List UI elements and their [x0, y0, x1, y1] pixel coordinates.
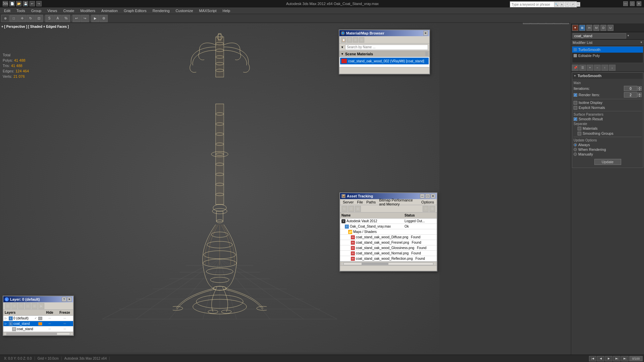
material-item-coat-stand[interactable]: coat_stand_oak_wood_002 (VRayMtl) [coat_…: [340, 58, 429, 64]
display-tab-icon[interactable]: D: [600, 25, 606, 31]
menu-help[interactable]: Help: [220, 8, 233, 13]
search-option2-icon[interactable]: *: [565, 2, 570, 7]
lp-row-coat-stand[interactable]: ▷ L coat_stand ─ ─: [3, 321, 73, 326]
ts-iterations-spinner[interactable]: ▲ ▼: [624, 86, 642, 91]
lp-scroll-left[interactable]: ◀: [4, 333, 6, 335]
mb-tool-2[interactable]: ☰: [347, 37, 352, 43]
menu-customize[interactable]: Customize: [173, 8, 196, 13]
search-option4-icon[interactable]: ?: [576, 2, 580, 7]
create-tab-icon[interactable]: ✦: [572, 25, 578, 31]
at-row-normal[interactable]: m coat_stand_oak_wood_Normal.png Found: [340, 251, 437, 256]
menu-create[interactable]: Create: [60, 8, 77, 13]
mb-scrollbar[interactable]: [425, 52, 428, 56]
ts-iterations-up[interactable]: ▲: [638, 86, 642, 88]
ts-render-iters-checkbox[interactable]: [574, 93, 577, 97]
mb-tool-1[interactable]: 📋: [341, 37, 346, 43]
ts-render-iters-spinner[interactable]: ▲ ▼: [624, 92, 642, 98]
ts-manually-radio[interactable]: [574, 153, 577, 156]
lp-scroll-right[interactable]: ▶: [71, 333, 72, 335]
move-down-modifier-btn[interactable]: ↓: [609, 65, 615, 71]
mb-section-collapse-icon[interactable]: ▼: [341, 52, 344, 56]
undo-icon[interactable]: ↩: [30, 1, 35, 6]
at-scroll-track[interactable]: [343, 262, 433, 265]
mb-search-collapse-icon[interactable]: ▼: [341, 46, 344, 49]
menu-maxscript[interactable]: MAXScript: [197, 8, 219, 13]
menu-tools[interactable]: Tools: [14, 8, 28, 13]
anim-prev-btn[interactable]: ◀: [597, 356, 604, 361]
at-menu-file[interactable]: File: [356, 200, 364, 204]
at-row-diffuse[interactable]: m coat_stand_oak_wood_Diffuse.png Found: [340, 235, 437, 240]
ts-iterations-down[interactable]: ▼: [638, 88, 642, 91]
layers-panel-scrollbar[interactable]: ◀ ▶: [3, 332, 73, 335]
at-row-fresnel[interactable]: m coat_stand_oak_wood_Fresnel.png Found: [340, 240, 437, 245]
at-tool-grid[interactable]: ⊞: [355, 206, 361, 212]
at-tool-help[interactable]: ?: [423, 206, 429, 212]
at-menu-bitmap-performance[interactable]: Bitmap Performance and Memory: [378, 198, 419, 206]
at-row-reflection[interactable]: m coat_stand_oak_wood_Reflection.png Fou…: [340, 256, 437, 261]
maximize-button[interactable]: □: [630, 1, 635, 6]
asset-tracking-scrollbar[interactable]: ◀ ▶: [340, 261, 437, 265]
object-name-input[interactable]: [573, 33, 626, 39]
open-icon[interactable]: 📂: [16, 1, 21, 6]
at-menu-paths[interactable]: Paths: [365, 200, 377, 204]
new-icon[interactable]: 📄: [9, 1, 15, 6]
snap-toggle[interactable]: S: [45, 15, 53, 22]
at-row-glossiness[interactable]: m coat_stand_oak_wood_Glossiness.png Fou…: [340, 245, 437, 251]
anim-start-btn[interactable]: |◀: [589, 356, 596, 361]
search-bar[interactable]: 🔍 A * ↗ ?: [510, 1, 577, 7]
anim-next-btn[interactable]: ▶|: [613, 356, 621, 361]
ts-always-radio[interactable]: [574, 143, 577, 146]
lp-scroll-track[interactable]: [6, 333, 70, 335]
ts-materials-checkbox[interactable]: [578, 127, 581, 130]
utilities-tab-icon[interactable]: U: [607, 25, 613, 31]
percent-snap[interactable]: %: [62, 15, 70, 22]
rotate-tool[interactable]: ↻: [26, 15, 35, 22]
ts-render-iters-input[interactable]: [624, 92, 637, 98]
hierarchy-tab-icon[interactable]: H: [586, 25, 592, 31]
ts-smooth-result-checkbox[interactable]: [574, 117, 577, 121]
ts-render-iters-up[interactable]: ▲: [638, 93, 642, 95]
ts-iterations-input[interactable]: [624, 86, 637, 91]
menu-group[interactable]: Group: [29, 8, 44, 13]
undo-btn[interactable]: ↩: [72, 15, 80, 22]
at-scroll-thumb[interactable]: [362, 263, 388, 265]
lp-row-default-color[interactable]: [38, 317, 42, 320]
at-scroll-right-btn[interactable]: ▶: [434, 262, 436, 265]
search-option1-icon[interactable]: A: [559, 2, 564, 7]
at-close-button[interactable]: ✕: [431, 194, 435, 198]
modifier-options-btn[interactable]: ☰: [579, 65, 586, 71]
scale-tool[interactable]: ⊡: [35, 15, 43, 22]
search-submit-icon[interactable]: 🔍: [554, 2, 559, 7]
render-btn[interactable]: ▶: [91, 15, 99, 22]
select-tool[interactable]: ⊕: [1, 15, 9, 22]
redo-icon[interactable]: ↪: [36, 1, 42, 6]
modifier-editable-poly[interactable]: Editable Poly: [572, 53, 643, 59]
ts-update-button[interactable]: Update: [594, 159, 621, 165]
move-up-modifier-btn[interactable]: ↑: [601, 65, 608, 71]
at-row-maps-shaders[interactable]: 📁 Maps / Shaders: [340, 229, 437, 235]
menu-edit[interactable]: Edit: [1, 8, 13, 13]
at-row-vault[interactable]: V Autodesk Vault 2012 Logged Out...: [340, 219, 437, 224]
anim-end-btn[interactable]: ▶|: [621, 356, 629, 361]
lp-tool-delete[interactable]: ✕: [11, 303, 17, 309]
lp-row-coat-stand-child[interactable]: O coat_stand ─ ─: [3, 326, 73, 332]
motion-tab-icon[interactable]: M: [593, 25, 599, 31]
layers-panel-help-button[interactable]: ?: [62, 297, 66, 302]
at-tool-settings[interactable]: ⚙: [429, 206, 435, 212]
pin-modifier-btn[interactable]: 📌: [572, 65, 579, 71]
at-menu-server[interactable]: Server: [341, 200, 355, 204]
material-browser-close-button[interactable]: ✕: [423, 31, 428, 36]
at-row-maxfile[interactable]: f Oak_Coat_Stand_vray.max Ok: [340, 224, 437, 229]
lp-tool-layers[interactable]: ☰: [5, 303, 11, 309]
mb-tool-4[interactable]: ⊖: [359, 37, 364, 43]
redo-btn[interactable]: ↪: [81, 15, 89, 22]
move-tool[interactable]: ✛: [18, 15, 26, 22]
material-browser-search-input[interactable]: [345, 45, 428, 50]
menu-views[interactable]: Views: [45, 8, 60, 13]
at-scroll-left-btn[interactable]: ◀: [341, 262, 343, 265]
add-modifier-btn[interactable]: +: [587, 65, 593, 71]
angle-snap[interactable]: A: [54, 15, 62, 22]
menu-animation[interactable]: Animation: [99, 8, 120, 13]
search-option3-icon[interactable]: ↗: [570, 2, 575, 7]
at-maximize-button[interactable]: □: [425, 194, 430, 198]
